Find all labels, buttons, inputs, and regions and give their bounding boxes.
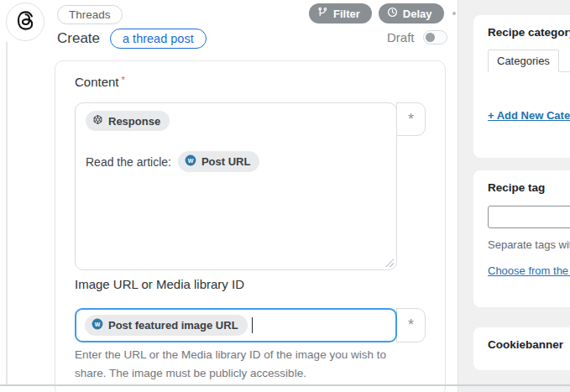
automator-action-editor: Threads Filter Delay Create a thread pos… <box>0 0 570 392</box>
tag-input[interactable] <box>488 206 570 228</box>
recipe-category-title: Recipe category <box>488 26 570 39</box>
threads-integration-logo <box>6 3 44 41</box>
required-mark: * <box>122 75 125 85</box>
tag-hint-text: Separate tags with commas <box>488 238 570 251</box>
tab-categories[interactable]: Categories <box>488 50 559 72</box>
content-token-picker-button[interactable]: * <box>396 102 426 136</box>
category-tabs: Categories Most Used <box>488 50 570 72</box>
action-settings-card: Content* Response Read the article: <box>55 60 446 392</box>
action-prefix-label: Create <box>57 30 100 47</box>
category-list[interactable] <box>488 72 570 107</box>
image-field-help: Enter the URL or the Media library ID of… <box>75 346 411 382</box>
delay-button-label: Delay <box>403 8 432 20</box>
featured-image-token-label: Post featured image URL <box>108 319 238 332</box>
text-caret <box>252 317 254 333</box>
clock-icon <box>387 7 398 20</box>
image-url-input[interactable]: W Post featured image URL <box>75 308 397 342</box>
textarea-resize-handle[interactable] <box>385 259 394 267</box>
filter-button[interactable]: Filter <box>309 3 372 24</box>
featured-image-token[interactable]: W Post featured image URL <box>85 315 248 336</box>
draft-toggle[interactable] <box>423 30 447 44</box>
content-text: Read the article: <box>86 155 171 169</box>
toggle-knob <box>426 33 435 42</box>
cookiebanner-panel: Cookiebanner <box>473 327 570 370</box>
recipe-category-panel: Recipe category Categories Most Used + A… <box>473 15 570 158</box>
action-toolbar: Filter Delay <box>309 3 471 24</box>
wp-sidebar: Recipe category Categories Most Used + A… <box>458 0 570 392</box>
svg-text:W: W <box>188 158 194 164</box>
image-token-picker-button[interactable]: * <box>396 308 426 342</box>
recipe-tag-title: Recipe tag <box>488 181 570 194</box>
response-token-label: Response <box>108 115 160 128</box>
action-sentence: Create a thread post <box>57 29 207 49</box>
post-url-token[interactable]: W Post URL <box>178 151 260 172</box>
post-url-token-label: Post URL <box>201 155 251 168</box>
action-title-button[interactable]: a thread post <box>110 29 207 49</box>
content-field-label: Content* <box>75 75 125 90</box>
threads-icon <box>14 9 37 35</box>
content-textarea[interactable]: Response Read the article: W Post URL <box>75 102 397 270</box>
integration-name-badge: Threads <box>57 5 123 24</box>
tab-most-used[interactable]: Most Used <box>562 50 570 71</box>
wordpress-icon: W <box>92 318 103 332</box>
filter-button-label: Filter <box>333 8 360 20</box>
wordpress-icon: W <box>185 154 196 169</box>
openai-icon <box>92 114 103 128</box>
choose-most-used-link[interactable]: Choose from the most used tags <box>488 264 570 277</box>
delay-button[interactable]: Delay <box>379 3 444 24</box>
filter-icon <box>317 7 328 20</box>
draft-control: Draft <box>387 30 447 44</box>
image-field-label: Image URL or Media library ID <box>75 277 244 292</box>
recipe-tag-panel: Recipe tag Separate tags with commas Cho… <box>473 170 570 307</box>
window-bottom-edge <box>0 384 570 386</box>
timeline-connector <box>6 42 8 386</box>
svg-text:W: W <box>95 321 101 327</box>
draft-label: Draft <box>387 30 415 44</box>
response-token[interactable]: Response <box>86 111 170 131</box>
add-new-category-link[interactable]: + Add New Category <box>488 109 570 122</box>
cookiebanner-title: Cookiebanner <box>488 338 570 351</box>
